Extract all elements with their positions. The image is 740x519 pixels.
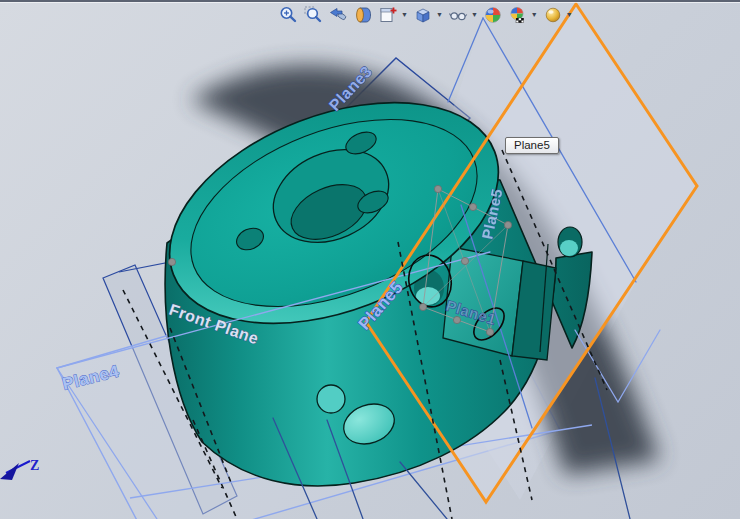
dropdown-arrow-icon[interactable]: ▼ — [436, 4, 443, 26]
standard-views-icon[interactable] — [412, 4, 434, 26]
hide-show-items-icon[interactable] — [482, 4, 504, 26]
model-canvas[interactable]: Plane3 Plane4 Front Plane Plane5 Plane5 … — [0, 0, 740, 519]
dropdown-arrow-icon[interactable]: ▼ — [471, 4, 478, 26]
heads-up-toolbar: ▼ ▼ ▼ — [277, 3, 574, 27]
dropdown-arrow-icon[interactable]: ▼ — [401, 4, 408, 26]
z-axis-label: Z — [30, 458, 39, 473]
zoom-to-area-icon[interactable] — [302, 4, 324, 26]
bottom-hole-small[interactable] — [317, 385, 345, 413]
origin-triad: Z — [0, 458, 39, 480]
viewport[interactable]: Plane3 Plane4 Front Plane Plane5 Plane5 … — [0, 0, 740, 519]
edit-appearance-icon[interactable] — [542, 4, 564, 26]
plane-tooltip: Plane5 — [505, 137, 559, 154]
dropdown-arrow-icon[interactable]: ▼ — [566, 4, 573, 26]
previous-view-icon[interactable] — [327, 4, 349, 26]
zoom-in-out-icon[interactable] — [277, 4, 299, 26]
apply-scene-icon[interactable] — [507, 4, 529, 26]
view-orientation-icon[interactable] — [377, 4, 399, 26]
display-style-icon[interactable] — [447, 4, 469, 26]
dropdown-arrow-icon[interactable]: ▼ — [531, 4, 538, 26]
section-view-icon[interactable] — [352, 4, 374, 26]
side-hole[interactable] — [558, 227, 582, 257]
